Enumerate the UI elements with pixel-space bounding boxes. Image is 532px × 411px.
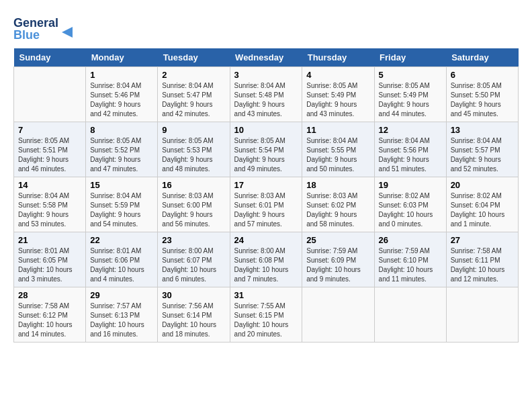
calendar-cell: 23Sunrise: 8:00 AM Sunset: 6:07 PM Dayli… — [158, 232, 230, 287]
day-number: 31 — [234, 290, 298, 300]
weekday-header-wednesday: Wednesday — [230, 48, 302, 67]
day-number: 24 — [234, 235, 298, 245]
day-number: 14 — [18, 180, 81, 190]
day-info: Sunrise: 8:00 AM Sunset: 6:08 PM Dayligh… — [234, 246, 298, 284]
weekday-header-sunday: Sunday — [14, 48, 86, 67]
svg-text:General: General — [13, 16, 58, 30]
day-info: Sunrise: 8:04 AM Sunset: 5:47 PM Dayligh… — [162, 81, 225, 119]
calendar-cell: 11Sunrise: 8:04 AM Sunset: 5:55 PM Dayli… — [302, 122, 374, 177]
day-info: Sunrise: 7:59 AM Sunset: 6:09 PM Dayligh… — [306, 246, 369, 284]
day-number: 1 — [90, 70, 153, 80]
day-number: 23 — [162, 235, 225, 245]
weekday-header-row: SundayMondayTuesdayWednesdayThursdayFrid… — [14, 48, 519, 67]
calendar-cell: 10Sunrise: 8:05 AM Sunset: 5:54 PM Dayli… — [230, 122, 302, 177]
calendar-cell: 17Sunrise: 8:03 AM Sunset: 6:01 PM Dayli… — [230, 177, 302, 232]
day-number: 21 — [18, 235, 81, 245]
day-number: 29 — [90, 290, 153, 300]
calendar-cell: 27Sunrise: 7:58 AM Sunset: 6:11 PM Dayli… — [446, 232, 518, 287]
calendar-week-row: 21Sunrise: 8:01 AM Sunset: 6:05 PM Dayli… — [14, 232, 519, 287]
calendar-cell — [446, 287, 518, 342]
weekday-header-saturday: Saturday — [446, 48, 518, 67]
day-number: 9 — [162, 125, 225, 135]
day-number: 5 — [379, 70, 442, 80]
day-info: Sunrise: 7:56 AM Sunset: 6:14 PM Dayligh… — [162, 302, 225, 339]
day-info: Sunrise: 8:04 AM Sunset: 5:48 PM Dayligh… — [234, 81, 298, 119]
day-number: 10 — [234, 125, 298, 135]
calendar-cell: 9Sunrise: 8:05 AM Sunset: 5:53 PM Daylig… — [158, 122, 230, 177]
day-number: 25 — [306, 235, 369, 245]
svg-marker-2 — [62, 27, 73, 38]
calendar-cell: 29Sunrise: 7:57 AM Sunset: 6:13 PM Dayli… — [86, 287, 158, 342]
calendar-cell: 19Sunrise: 8:02 AM Sunset: 6:03 PM Dayli… — [374, 177, 446, 232]
calendar-cell: 21Sunrise: 8:01 AM Sunset: 6:05 PM Dayli… — [14, 232, 86, 287]
day-info: Sunrise: 8:05 AM Sunset: 5:54 PM Dayligh… — [234, 136, 298, 174]
calendar-cell: 18Sunrise: 8:03 AM Sunset: 6:02 PM Dayli… — [302, 177, 374, 232]
calendar-cell: 6Sunrise: 8:05 AM Sunset: 5:50 PM Daylig… — [446, 67, 518, 122]
day-info: Sunrise: 8:04 AM Sunset: 5:56 PM Dayligh… — [379, 136, 442, 174]
day-info: Sunrise: 8:04 AM Sunset: 5:57 PM Dayligh… — [451, 136, 514, 174]
weekday-header-friday: Friday — [374, 48, 446, 67]
calendar-cell: 13Sunrise: 8:04 AM Sunset: 5:57 PM Dayli… — [446, 122, 518, 177]
day-number: 2 — [162, 70, 225, 80]
day-info: Sunrise: 8:02 AM Sunset: 6:04 PM Dayligh… — [451, 191, 514, 229]
calendar-cell: 3Sunrise: 8:04 AM Sunset: 5:48 PM Daylig… — [230, 67, 302, 122]
calendar-cell: 31Sunrise: 7:55 AM Sunset: 6:15 PM Dayli… — [230, 287, 302, 342]
day-info: Sunrise: 7:58 AM Sunset: 6:12 PM Dayligh… — [18, 302, 81, 339]
calendar-cell: 7Sunrise: 8:05 AM Sunset: 5:51 PM Daylig… — [14, 122, 86, 177]
calendar-cell: 16Sunrise: 8:03 AM Sunset: 6:00 PM Dayli… — [158, 177, 230, 232]
logo-svg: General Blue — [13, 13, 74, 42]
day-info: Sunrise: 8:05 AM Sunset: 5:52 PM Dayligh… — [90, 136, 153, 174]
day-info: Sunrise: 8:01 AM Sunset: 6:06 PM Dayligh… — [90, 246, 153, 284]
calendar-week-row: 1Sunrise: 8:04 AM Sunset: 5:46 PM Daylig… — [14, 67, 519, 122]
page-header: General Blue — [13, 13, 519, 42]
day-info: Sunrise: 8:05 AM Sunset: 5:49 PM Dayligh… — [306, 81, 369, 119]
calendar-cell: 14Sunrise: 8:04 AM Sunset: 5:58 PM Dayli… — [14, 177, 86, 232]
day-number: 27 — [451, 235, 514, 245]
day-info: Sunrise: 7:58 AM Sunset: 6:11 PM Dayligh… — [451, 246, 514, 284]
day-info: Sunrise: 7:59 AM Sunset: 6:10 PM Dayligh… — [379, 246, 442, 284]
day-number: 30 — [162, 290, 225, 300]
calendar-cell: 22Sunrise: 8:01 AM Sunset: 6:06 PM Dayli… — [86, 232, 158, 287]
calendar-cell: 15Sunrise: 8:04 AM Sunset: 5:59 PM Dayli… — [86, 177, 158, 232]
day-info: Sunrise: 8:03 AM Sunset: 6:00 PM Dayligh… — [162, 191, 225, 229]
weekday-header-tuesday: Tuesday — [158, 48, 230, 67]
day-info: Sunrise: 8:04 AM Sunset: 5:58 PM Dayligh… — [18, 191, 81, 229]
calendar-cell: 26Sunrise: 7:59 AM Sunset: 6:10 PM Dayli… — [374, 232, 446, 287]
day-number: 12 — [379, 125, 442, 135]
day-number: 20 — [451, 180, 514, 190]
day-number: 11 — [306, 125, 369, 135]
day-info: Sunrise: 8:05 AM Sunset: 5:49 PM Dayligh… — [379, 81, 442, 119]
weekday-header-monday: Monday — [86, 48, 158, 67]
day-info: Sunrise: 8:00 AM Sunset: 6:07 PM Dayligh… — [162, 246, 225, 284]
day-number: 16 — [162, 180, 225, 190]
calendar-week-row: 28Sunrise: 7:58 AM Sunset: 6:12 PM Dayli… — [14, 287, 519, 342]
day-info: Sunrise: 8:05 AM Sunset: 5:53 PM Dayligh… — [162, 136, 225, 174]
day-info: Sunrise: 8:04 AM Sunset: 5:46 PM Dayligh… — [90, 81, 153, 119]
calendar-cell: 28Sunrise: 7:58 AM Sunset: 6:12 PM Dayli… — [14, 287, 86, 342]
calendar-cell: 12Sunrise: 8:04 AM Sunset: 5:56 PM Dayli… — [374, 122, 446, 177]
day-number: 22 — [90, 235, 153, 245]
calendar-cell — [374, 287, 446, 342]
calendar-cell: 20Sunrise: 8:02 AM Sunset: 6:04 PM Dayli… — [446, 177, 518, 232]
calendar-cell: 1Sunrise: 8:04 AM Sunset: 5:46 PM Daylig… — [86, 67, 158, 122]
day-number: 26 — [379, 235, 442, 245]
calendar-cell: 5Sunrise: 8:05 AM Sunset: 5:49 PM Daylig… — [374, 67, 446, 122]
day-number: 3 — [234, 70, 298, 80]
day-info: Sunrise: 7:57 AM Sunset: 6:13 PM Dayligh… — [90, 302, 153, 339]
day-number: 8 — [90, 125, 153, 135]
day-number: 4 — [306, 70, 369, 80]
day-info: Sunrise: 8:02 AM Sunset: 6:03 PM Dayligh… — [379, 191, 442, 229]
calendar-week-row: 14Sunrise: 8:04 AM Sunset: 5:58 PM Dayli… — [14, 177, 519, 232]
calendar-week-row: 7Sunrise: 8:05 AM Sunset: 5:51 PM Daylig… — [14, 122, 519, 177]
logo: General Blue — [13, 13, 74, 42]
day-number: 18 — [306, 180, 369, 190]
day-info: Sunrise: 7:55 AM Sunset: 6:15 PM Dayligh… — [234, 302, 298, 339]
day-number: 6 — [451, 70, 514, 80]
day-number: 28 — [18, 290, 81, 300]
day-info: Sunrise: 8:04 AM Sunset: 5:59 PM Dayligh… — [90, 191, 153, 229]
calendar-cell: 25Sunrise: 7:59 AM Sunset: 6:09 PM Dayli… — [302, 232, 374, 287]
calendar-cell — [302, 287, 374, 342]
calendar-cell: 8Sunrise: 8:05 AM Sunset: 5:52 PM Daylig… — [86, 122, 158, 177]
day-number: 13 — [451, 125, 514, 135]
day-number: 19 — [379, 180, 442, 190]
